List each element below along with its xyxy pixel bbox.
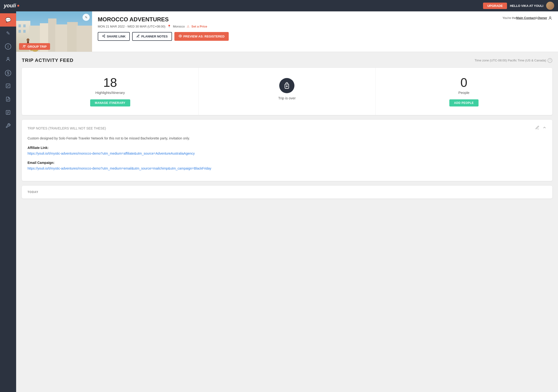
share-icon [102,34,105,38]
top-navigation: youli UPGRADE HELLO VIKA AT YOULI [0,0,558,11]
manage-itinerary-button[interactable]: MANAGE ITINERARY [90,99,130,106]
email-link[interactable]: https://youli.io/t/mystic-adventures/mor… [27,166,211,170]
svg-point-29 [104,36,105,37]
main-contact-link[interactable]: Main Contact [516,16,536,20]
notes-header: TRIP NOTES (travelers will not see these… [27,126,547,131]
svg-point-23 [26,38,29,41]
sidebar-item-payments[interactable]: $ [0,66,16,80]
add-people-button[interactable]: ADD PEOPLE [449,99,479,106]
person-icon [5,57,11,63]
help-icon[interactable]: ? [548,58,552,63]
trip-header-role: You're the Main Contact & Owner [497,11,558,52]
share-link-button[interactable]: SHARE LINK [98,32,130,41]
notes-subtitle: (travelers will not see these) [48,126,106,130]
sidebar-item-docs[interactable] [0,93,16,106]
wrench-icon [5,123,11,129]
sidebar-item-people[interactable] [0,53,16,66]
sidebar: 💬 ✎ i $ [0,11,16,392]
trip-dates: MON 21 MAR 2022 - WED 30 MAR (UTC+08:00)… [98,25,491,28]
affiliate-section: Affiliate Link: https://youli.io/t/mysti… [27,145,547,156]
notes-text: Custom designed by Solo Female Traveler … [27,136,547,141]
trip-image: ✎ GROUP TRIP [16,11,92,52]
trip-header: ✎ GROUP TRIP MOROCCO ADVENTURES MON 21 M… [16,11,558,52]
sidebar-item-settings[interactable] [0,119,16,133]
set-price-link[interactable]: Set a Price [192,25,207,28]
trip-title: MOROCCO ADVENTURES [98,16,491,23]
chat-icon: 💬 [5,17,11,23]
notes-body: Custom designed by Solo Female Traveler … [27,136,547,171]
sidebar-item-activity-feed[interactable]: 💬 [0,13,16,26]
edit-notes-icon[interactable] [535,126,540,131]
group-icon [22,45,26,48]
notes-title: TRIP NOTES (travelers will not see these… [27,126,106,130]
warning-icon: ⚠ [187,25,190,28]
today-card: TODAY [22,186,552,198]
main-content: ✎ GROUP TRIP MOROCCO ADVENTURES MON 21 M… [16,11,558,392]
notes-actions [535,126,547,131]
sidebar-item-edit[interactable]: ✎ [0,26,16,40]
svg-point-33 [549,17,551,18]
svg-rect-17 [18,25,21,27]
highlights-card: 18 Highlights/Itinerary MANAGE ITINERARY [22,68,199,115]
collapse-notes-icon[interactable] [542,126,547,131]
svg-rect-19 [18,30,21,33]
logo[interactable]: youli [4,3,19,9]
preview-button[interactable]: PREVIEW AS: REGISTERED [174,32,229,41]
person-role-icon [548,16,552,21]
timezone-text: Time zone (UTC-08:00) Pacific Time (US &… [474,59,546,62]
luggage-icon [279,78,294,93]
dollar-icon: $ [5,70,11,76]
group-trip-badge: GROUP TRIP [19,43,50,50]
section-title: TRIP ACTIVITY FEED [22,58,74,63]
svg-line-30 [103,36,104,37]
top-nav-right: UPGRADE HELLO VIKA AT YOULI [483,2,554,10]
section-header: TRIP ACTIVITY FEED Time zone (UTC-08:00)… [22,58,552,63]
location: Morocco [173,25,185,28]
affiliate-label: Affiliate Link: [27,146,49,150]
group-trip-label: GROUP TRIP [27,45,47,48]
svg-point-32 [180,35,181,36]
trip-image-overlay: GROUP TRIP [16,41,92,52]
trip-status-card: Trip is over [199,68,375,115]
timezone-info: Time zone (UTC-08:00) Pacific Time (US &… [474,58,552,63]
document-icon [5,96,11,103]
svg-point-25 [23,45,24,46]
stats-row: 18 Highlights/Itinerary MANAGE ITINERARY [22,68,552,115]
location-pin-icon: 📍 [167,25,171,28]
sidebar-item-reports[interactable] [0,106,16,119]
eye-icon [179,34,182,38]
reports-icon [5,110,11,116]
highlights-label: Highlights/Itinerary [95,91,125,95]
people-card: 0 People ADD PEOPLE [375,68,552,115]
edit-trip-image-button[interactable]: ✎ [83,14,90,21]
svg-point-0 [7,57,9,59]
sidebar-item-info[interactable]: i [0,40,16,53]
email-section: Email Campaign: https://youli.io/t/mysti… [27,160,547,171]
trip-notes-card: TRIP NOTES (travelers will not see these… [22,120,552,181]
affiliate-link[interactable]: https://youli.io/t/mystic-adventures/mor… [27,152,195,155]
page-wrapper: 💬 ✎ i $ [0,11,558,392]
trip-status-label: Trip is over [278,96,296,100]
checklist-icon [5,83,11,90]
sidebar-item-checklist[interactable] [0,80,16,93]
planner-notes-button[interactable]: PLANNER NOTES [132,32,172,41]
pencil-icon: ✎ [6,30,10,36]
owner-link[interactable]: Owner [538,16,547,20]
upgrade-button[interactable]: UPGRADE [483,3,507,9]
avatar[interactable] [546,2,554,10]
svg-point-27 [104,35,105,35]
svg-rect-20 [23,30,26,33]
svg-rect-18 [23,25,26,27]
svg-point-28 [103,35,104,36]
trip-actions: SHARE LINK PLANNER NOTES PREVIEW AS: REG… [98,32,491,41]
people-label: People [458,91,470,95]
date-range: MON 21 MAR 2022 - WED 30 MAR (UTC+08:00) [98,25,165,28]
trip-info: MOROCCO ADVENTURES MON 21 MAR 2022 - WED… [92,11,497,52]
notes-icon [136,34,140,38]
svg-point-26 [25,45,25,46]
email-label: Email Campaign: [27,161,55,165]
highlights-number: 18 [103,76,117,89]
logo-dot-icon [17,5,19,7]
pencil-small-icon: ✎ [85,16,87,19]
hello-text: HELLO VIKA AT YOULI [510,4,543,8]
